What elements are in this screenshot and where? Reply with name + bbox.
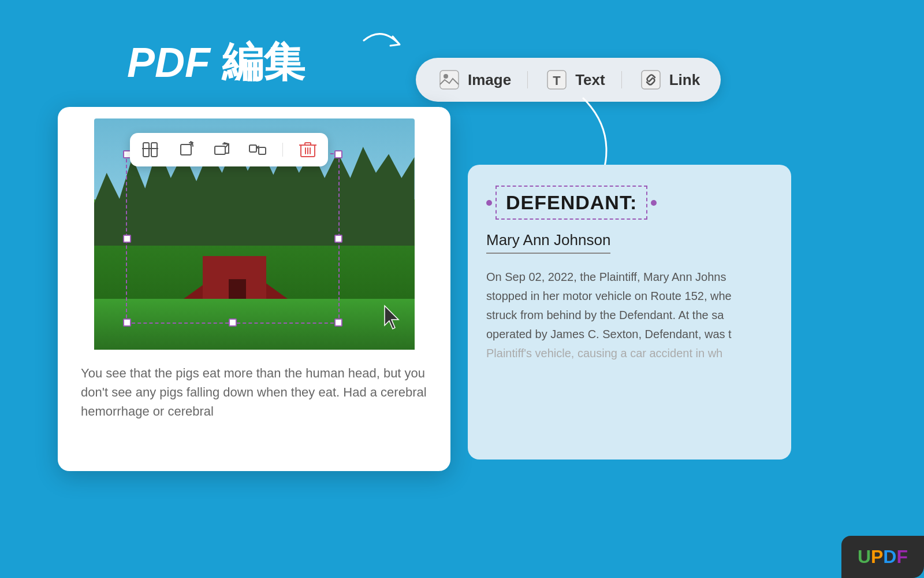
pdf-label: PDF — [127, 39, 210, 86]
defendant-label-row: DEFENDANT: — [486, 186, 773, 220]
svg-rect-9 — [181, 144, 191, 155]
svg-rect-15 — [305, 143, 311, 145]
case-text-line3: struck from behind by the Defendant. At … — [486, 306, 773, 325]
defendant-name: Mary Ann Johnson — [486, 231, 610, 254]
toolbar-sep — [282, 143, 283, 157]
toolbar-pill: Image T Text Link — [416, 58, 721, 102]
defendant-dot-right — [651, 200, 657, 206]
defendant-box: DEFENDANT: — [495, 186, 647, 220]
rotate-tool[interactable] — [175, 139, 197, 161]
svg-point-1 — [444, 74, 448, 79]
toolbar-item-image[interactable]: Image — [437, 67, 511, 92]
case-text-line1: On Sep 02, 2022, the Plaintiff, Mary Ann… — [486, 268, 773, 287]
text-label: Text — [575, 71, 605, 89]
text-icon: T — [544, 67, 569, 92]
image-toolbar — [130, 133, 328, 166]
case-text-line4: operated by James C. Sexton, Defendant, … — [486, 325, 773, 344]
updf-f: F — [896, 546, 908, 567]
svg-rect-6 — [143, 143, 149, 157]
left-pdf-panel: You see that the pigs eat more than the … — [58, 107, 450, 471]
toolbar-item-link[interactable]: Link — [638, 67, 700, 92]
toolbar-item-text[interactable]: T Text — [544, 67, 605, 92]
image-label: Image — [468, 71, 511, 89]
updf-u: U — [858, 546, 871, 567]
right-pdf-panel: DEFENDANT: Mary Ann Johnson On Sep 02, 2… — [468, 165, 791, 460]
svg-text:T: T — [553, 73, 561, 88]
svg-rect-12 — [259, 147, 266, 154]
link-label: Link — [669, 71, 700, 89]
image-icon — [437, 67, 462, 92]
case-text-faded: Plaintiff's vehicle, causing a car accid… — [486, 344, 773, 363]
svg-rect-7 — [151, 143, 157, 157]
updf-p: P — [871, 546, 883, 567]
curl-arrow-icon — [358, 32, 416, 78]
updf-d: D — [883, 546, 896, 567]
case-text-line2: stopped in her motor vehicle on Route 15… — [486, 287, 773, 306]
mouse-cursor-icon — [382, 305, 403, 332]
image-edit-area — [69, 118, 439, 350]
toolbar-divider-1 — [527, 71, 528, 88]
updf-logo: UPDF — [858, 546, 908, 568]
crop-tool[interactable] — [139, 139, 161, 161]
delete-tool[interactable] — [297, 139, 319, 161]
updf-badge: UPDF — [841, 536, 924, 578]
defendant-dot — [486, 200, 492, 206]
svg-rect-11 — [249, 145, 256, 152]
defendant-text: DEFENDANT: — [506, 191, 637, 213]
title-area: PDF 編集 — [127, 35, 305, 90]
svg-rect-10 — [215, 146, 225, 154]
replace-tool[interactable] — [247, 139, 269, 161]
left-panel-body-text: You see that the pigs eat more than the … — [69, 364, 439, 421]
toolbar-divider-2 — [621, 71, 622, 88]
extract-tool[interactable] — [211, 139, 233, 161]
link-icon — [638, 67, 664, 92]
kanji-label: 編集 — [222, 35, 305, 90]
svg-rect-0 — [440, 71, 459, 89]
